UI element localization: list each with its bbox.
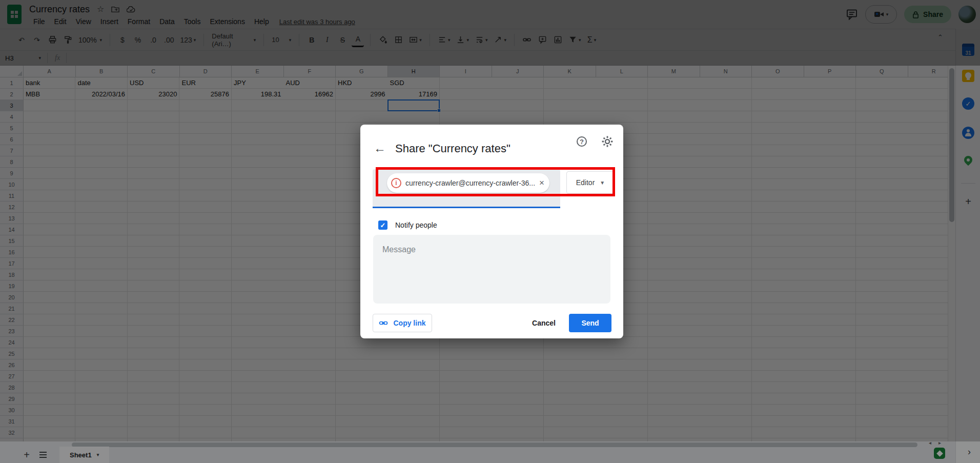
notify-people-checkbox[interactable]: ✓ (378, 220, 387, 230)
copy-link-label: Copy link (393, 319, 425, 327)
send-button[interactable]: Send (569, 314, 611, 332)
link-icon (379, 318, 388, 328)
notify-people-label: Notify people (395, 221, 437, 229)
copy-link-button[interactable]: Copy link (373, 314, 432, 332)
back-arrow-icon[interactable]: ← (374, 141, 386, 155)
cancel-button[interactable]: Cancel (525, 314, 562, 332)
help-icon[interactable]: ? (577, 136, 587, 147)
modal-scrim-top (0, 0, 980, 66)
annotation-highlight-box (376, 167, 615, 196)
modal-scrim-bottom (0, 441, 980, 463)
message-input[interactable] (373, 235, 610, 304)
dialog-title: Share "Currency rates" (395, 142, 511, 155)
gear-icon[interactable] (601, 135, 614, 148)
share-dialog: ← Share "Currency rates" ? i currency-cr… (360, 125, 623, 338)
